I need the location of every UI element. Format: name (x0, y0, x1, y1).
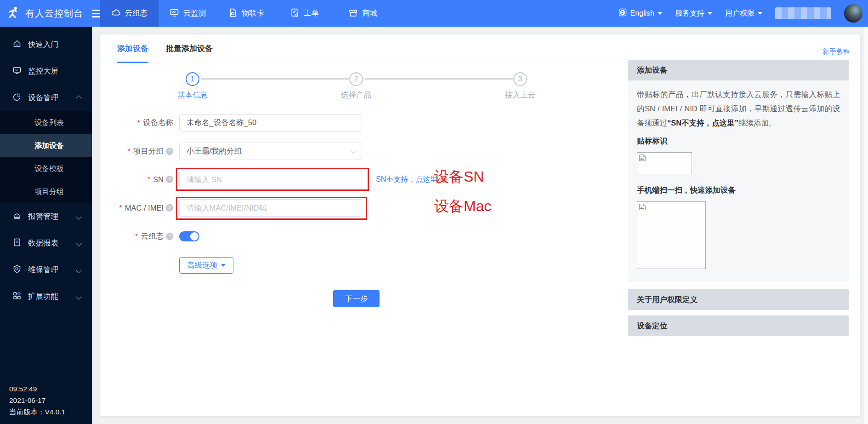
mac-input[interactable] (179, 199, 362, 217)
project-group-row: * 项目分组 ? 小王霸/我的分组 (100, 143, 362, 160)
store-icon (348, 8, 358, 19)
step-number: 3 (513, 72, 527, 86)
device-name-label: * 设备名称 (100, 118, 179, 128)
sidebar: 快速入门 监控大屏 设备管理 设 (0, 27, 92, 424)
broken-image-icon (639, 154, 646, 161)
chevron-down-icon (76, 241, 82, 246)
main-area: 添加设备 批量添加设备 新手教程 1 基本信息 2 选择产品 3 接入上云 (92, 27, 868, 424)
sticker-title: 贴标标识 (637, 136, 840, 146)
sidebar-item-device-list[interactable]: 设备列表 (0, 111, 92, 134)
pie-chart-icon (12, 92, 22, 103)
brand: 有人云控制台 (6, 0, 102, 27)
monitor-icon (170, 8, 179, 19)
language-dropdown[interactable]: English (618, 8, 662, 19)
cloud-config-row: * 云组态 ? (100, 231, 199, 241)
scrollbar[interactable] (864, 27, 868, 424)
device-management-submenu: 设备列表 添加设备 设备模板 项目分组 (0, 111, 92, 203)
help-panel-body: 带贴标的产品，出厂默认支持接入云服务，只需输入标贴上的SN / IMEI / N… (628, 80, 849, 282)
home-icon (12, 39, 22, 50)
nav-tab-cloud-scada[interactable]: 云组态 (100, 0, 159, 27)
avatar[interactable] (844, 4, 862, 23)
sidebar-item-project-group[interactable]: 项目分组 (0, 180, 92, 203)
mac-label: * MAC / IMEI ? (100, 204, 179, 212)
sticker-image-placeholder (637, 152, 692, 174)
step-number: 2 (349, 72, 363, 86)
sidebar-item-maintenance[interactable]: 维保管理 (0, 257, 92, 283)
sidebar-item-data-report[interactable]: 数据报表 (0, 230, 92, 257)
step-select-product: 2 选择产品 (324, 72, 388, 100)
navbar-right-cluster: English 服务支持 用户权限 (618, 0, 862, 27)
sn-label: * SN ? (100, 175, 179, 184)
sidebar-item-add-device[interactable]: 添加设备 (0, 134, 92, 157)
sidebar-item-quick-start[interactable]: 快速入门 (0, 31, 92, 58)
sn-input[interactable] (179, 171, 362, 188)
alarm-icon (12, 211, 22, 222)
nav-tab-iot-sim[interactable]: 物联卡 (217, 0, 275, 27)
globe-icon (618, 8, 627, 19)
chevron-down-icon (658, 12, 662, 15)
user-permission-dropdown[interactable]: 用户权限 (725, 9, 762, 18)
broken-image-icon (639, 203, 646, 211)
shield-wrench-icon (12, 264, 22, 275)
tutorial-link[interactable]: 新手教程 (823, 47, 850, 56)
app-title: 有人云控制台 (25, 7, 83, 20)
sim-card-icon (228, 8, 238, 19)
sn-annotation: 设备SN (434, 167, 484, 187)
help-icon[interactable]: ? (166, 204, 173, 212)
tab-batch-add-device[interactable]: 批量添加设备 (166, 34, 213, 63)
version-label: 当前版本：V4.0.1 (9, 406, 65, 418)
device-name-input[interactable] (179, 114, 362, 132)
chevron-up-icon (76, 95, 82, 101)
advanced-options-button[interactable]: 高级选项 (179, 257, 233, 274)
sidebar-item-monitor-screen[interactable]: 监控大屏 (0, 58, 92, 85)
big-screen-icon (12, 66, 22, 77)
sidebar-item-alarm-management[interactable]: 报警管理 (0, 203, 92, 230)
sidebar-item-device-management[interactable]: 设备管理 (0, 85, 92, 111)
project-group-label: * 项目分组 ? (100, 146, 179, 156)
permission-panel-header[interactable]: 关于用户权限定义 (628, 289, 849, 310)
help-icon[interactable]: ? (166, 176, 173, 183)
sidebar-item-extensions[interactable]: 扩展功能 (0, 283, 92, 310)
sn-row: * SN ? SN不支持，点这里 ? (100, 171, 448, 188)
chevron-down-icon (76, 294, 82, 300)
step-connect-cloud: 3 接入上云 (488, 72, 552, 100)
advanced-options-row: 高级选项 (100, 257, 233, 274)
cloud-icon (111, 8, 121, 19)
mac-annotation: 设备Mac (434, 196, 491, 217)
card-tab-bar: 添加设备 批量添加设备 (100, 34, 860, 63)
step-basic-info: 1 基本信息 (160, 72, 225, 100)
mac-row: * MAC / IMEI ? (100, 199, 362, 217)
chevron-down-icon (351, 148, 357, 154)
help-aside: 添加设备 带贴标的产品，出厂默认支持接入云服务，只需输入标贴上的SN / IME… (628, 60, 849, 336)
next-step-button[interactable]: 下一步 (333, 290, 380, 307)
nav-tab-store[interactable]: 商城 (334, 0, 392, 27)
project-group-select[interactable]: 小王霸/我的分组 (179, 143, 362, 160)
cloud-config-toggle[interactable] (179, 231, 199, 241)
step-number: 1 (186, 72, 199, 86)
location-panel-header[interactable]: 设备定位 (628, 315, 849, 336)
work-order-icon (290, 8, 300, 19)
device-name-row: * 设备名称 (100, 114, 362, 132)
qr-image-placeholder (637, 201, 706, 269)
report-icon (12, 238, 22, 249)
nav-tab-work-order[interactable]: 工单 (275, 0, 334, 27)
redacted-username (775, 7, 831, 19)
nav-tab-cloud-monitor[interactable]: 云监测 (159, 0, 217, 27)
sidebar-item-device-template[interactable]: 设备模板 (0, 157, 92, 180)
chevron-down-icon (708, 12, 712, 15)
help-icon[interactable]: ? (166, 233, 173, 240)
clock-time: 09:52:49 (9, 383, 65, 395)
scan-title: 手机端扫一扫，快速添加设备 (637, 185, 840, 195)
add-device-card: 添加设备 批量添加设备 新手教程 1 基本信息 2 选择产品 3 接入上云 (100, 34, 860, 416)
usr-logo-icon (6, 6, 20, 21)
primary-nav: 云组态 云监测 物联卡 工单 (100, 0, 392, 27)
service-support-dropdown[interactable]: 服务支持 (675, 9, 712, 18)
clock-date: 2021-06-17 (9, 395, 65, 406)
chevron-down-icon (221, 264, 226, 267)
help-icon[interactable]: ? (166, 148, 173, 155)
chevron-down-icon (758, 12, 762, 15)
sidebar-footer: 09:52:49 2021-06-17 当前版本：V4.0.1 (9, 383, 65, 418)
cloud-config-label: * 云组态 ? (100, 231, 179, 241)
tab-add-device[interactable]: 添加设备 (117, 34, 148, 63)
app-grid-icon (12, 291, 22, 302)
